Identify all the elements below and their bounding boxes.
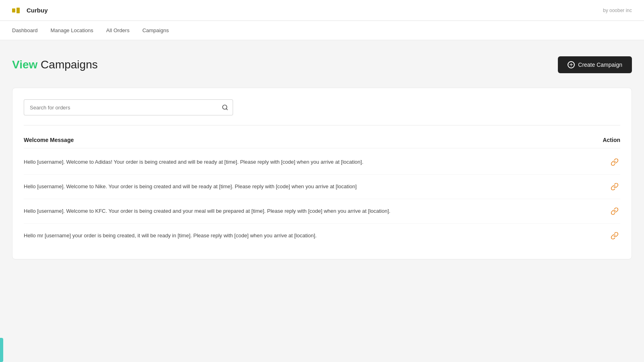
row-action-4 bbox=[588, 230, 620, 241]
table-header: Welcome Message Action bbox=[24, 134, 620, 148]
nav-item-campaigns[interactable]: Campaigns bbox=[142, 26, 169, 35]
campaign-message-1: Hello [username]. Welcome to Adidas! You… bbox=[24, 158, 588, 166]
nav-item-manage-locations[interactable]: Manage Locations bbox=[51, 26, 93, 35]
logo-icon bbox=[12, 7, 23, 14]
link-edit-icon-1 bbox=[611, 158, 619, 166]
logo-bar-2 bbox=[17, 8, 20, 13]
edit-campaign-button-1[interactable] bbox=[609, 156, 620, 168]
row-action-1 bbox=[588, 156, 620, 168]
search-icon bbox=[222, 104, 228, 111]
col-header-action: Action bbox=[588, 137, 620, 143]
bottom-teal-bar bbox=[0, 338, 3, 362]
page-title-accent: View bbox=[12, 58, 37, 71]
svg-line-1 bbox=[226, 109, 227, 110]
edit-campaign-button-3[interactable] bbox=[609, 206, 620, 217]
nav-bar: Dashboard Manage Locations All Orders Ca… bbox=[0, 21, 644, 40]
campaign-message-3: Hello [username]. Welcome to KFC. Your o… bbox=[24, 207, 588, 215]
nav-item-all-orders[interactable]: All Orders bbox=[106, 26, 130, 35]
table-row: Hello [username]. Welcome to Adidas! You… bbox=[24, 150, 620, 175]
app-name: Curbuy bbox=[27, 7, 48, 14]
search-button[interactable] bbox=[217, 99, 233, 115]
table-row: Hello [username]. Welcome to KFC. Your o… bbox=[24, 199, 620, 224]
campaigns-card: Welcome Message Action Hello [username].… bbox=[12, 88, 632, 259]
col-header-message: Welcome Message bbox=[24, 137, 74, 143]
search-input[interactable] bbox=[24, 99, 217, 115]
main-content: View Campaigns + Create Campaign Welcome… bbox=[0, 40, 644, 362]
edit-campaign-button-2[interactable] bbox=[609, 181, 620, 192]
campaign-message-4: Hello mr [username] your order is being … bbox=[24, 232, 588, 240]
campaign-message-2: Hello [username]. Welcome to Nike. Your … bbox=[24, 183, 588, 191]
row-action-2 bbox=[588, 181, 620, 192]
top-bar: Curbuy by ooober inc bbox=[0, 0, 644, 21]
logo-area: Curbuy bbox=[12, 7, 48, 14]
nav-item-dashboard[interactable]: Dashboard bbox=[12, 26, 38, 35]
table-row: Hello mr [username] your order is being … bbox=[24, 224, 620, 248]
campaigns-table: Welcome Message Action Hello [username].… bbox=[24, 134, 620, 248]
table-row: Hello [username]. Welcome to Nike. Your … bbox=[24, 175, 620, 199]
app-credit: by ooober inc bbox=[603, 8, 632, 13]
link-edit-icon-4 bbox=[611, 232, 619, 240]
plus-circle-icon: + bbox=[568, 61, 575, 68]
row-action-3 bbox=[588, 206, 620, 217]
page-header: View Campaigns + Create Campaign bbox=[12, 56, 632, 73]
edit-campaign-button-4[interactable] bbox=[609, 230, 620, 241]
link-edit-icon-3 bbox=[611, 207, 619, 215]
search-container bbox=[24, 99, 233, 115]
link-edit-icon-2 bbox=[611, 183, 619, 191]
page-title: View Campaigns bbox=[12, 58, 98, 71]
table-divider bbox=[24, 125, 620, 125]
create-campaign-button[interactable]: + Create Campaign bbox=[558, 56, 632, 73]
logo-bar-1 bbox=[12, 8, 15, 12]
